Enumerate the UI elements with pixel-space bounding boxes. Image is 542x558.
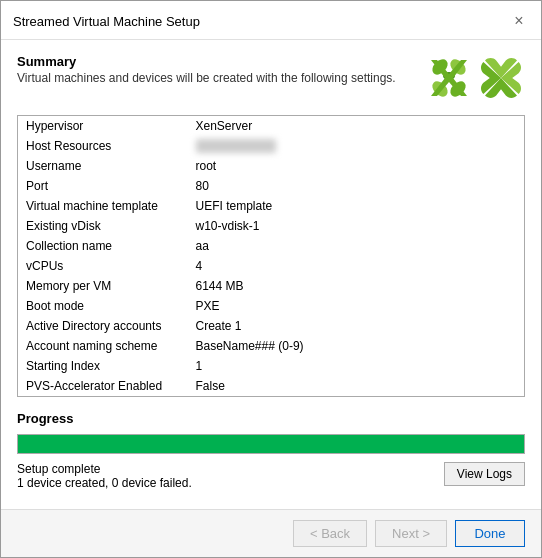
row-value: 6144 MB [188,276,525,296]
table-row: Existing vDiskw10-vdisk-1 [18,216,525,236]
main-content: Summary Virtual machines and devices wil… [1,40,541,509]
row-label: Account naming scheme [18,336,188,356]
row-label: Virtual machine template [18,196,188,216]
table-row: Port80 [18,176,525,196]
table-row: Collection nameaa [18,236,525,256]
table-row: Memory per VM6144 MB [18,276,525,296]
table-row: Boot modePXE [18,296,525,316]
summary-title-block: Summary Virtual machines and devices wil… [17,54,396,85]
status-line1: Setup complete [17,462,192,476]
table-row: Virtual machine templateUEFI template [18,196,525,216]
close-button[interactable]: × [509,11,529,31]
dialog-title: Streamed Virtual Machine Setup [13,14,200,29]
table-row: Host ResourcesXXXXXXXXXX [18,136,525,156]
row-value: XXXXXXXXXX [188,136,525,156]
footer: < Back Next > Done [1,509,541,557]
row-value: UEFI template [188,196,525,216]
row-label: Active Directory accounts [18,316,188,336]
progress-title: Progress [17,411,525,426]
row-value: w10-vdisk-1 [188,216,525,236]
summary-subtitle: Virtual machines and devices will be cre… [17,71,396,85]
row-label: Port [18,176,188,196]
next-button[interactable]: Next > [375,520,447,547]
done-button[interactable]: Done [455,520,525,547]
row-label: PVS-Accelerator Enabled [18,376,188,397]
summary-header: Summary Virtual machines and devices wil… [17,54,525,105]
row-value: PXE [188,296,525,316]
table-row: Usernameroot [18,156,525,176]
table-row: Active Directory accountsCreate 1 [18,316,525,336]
row-value: False [188,376,525,397]
row-label: Collection name [18,236,188,256]
progress-status-row: Setup complete 1 device created, 0 devic… [17,462,525,490]
host-resources-value: XXXXXXXXXX [196,139,276,153]
back-button[interactable]: < Back [293,520,367,547]
table-row: Account naming schemeBaseName### (0-9) [18,336,525,356]
dialog: Streamed Virtual Machine Setup × Summary… [0,0,542,558]
table-row: Starting Index1 [18,356,525,376]
row-value: 4 [188,256,525,276]
table-row: HypervisorXenServer [18,116,525,137]
row-label: Username [18,156,188,176]
title-bar: Streamed Virtual Machine Setup × [1,1,541,40]
row-label: Host Resources [18,136,188,156]
row-value: root [188,156,525,176]
table-row: vCPUs4 [18,256,525,276]
row-value: aa [188,236,525,256]
row-value: XenServer [188,116,525,137]
summary-table: HypervisorXenServerHost ResourcesXXXXXXX… [17,115,525,397]
row-label: Memory per VM [18,276,188,296]
row-value: 1 [188,356,525,376]
progress-bar-fill [18,435,524,453]
table-row: PVS-Accelerator EnabledFalse [18,376,525,397]
view-logs-button[interactable]: View Logs [444,462,525,486]
citrix-logo [425,54,525,105]
row-label: Boot mode [18,296,188,316]
summary-title: Summary [17,54,396,69]
progress-bar-container [17,434,525,454]
progress-status-text: Setup complete 1 device created, 0 devic… [17,462,192,490]
row-label: Existing vDisk [18,216,188,236]
row-value: Create 1 [188,316,525,336]
row-value: BaseName### (0-9) [188,336,525,356]
progress-section: Progress Setup complete 1 device created… [17,411,525,490]
row-label: Hypervisor [18,116,188,137]
status-line2: 1 device created, 0 device failed. [17,476,192,490]
row-value: 80 [188,176,525,196]
row-label: Starting Index [18,356,188,376]
row-label: vCPUs [18,256,188,276]
